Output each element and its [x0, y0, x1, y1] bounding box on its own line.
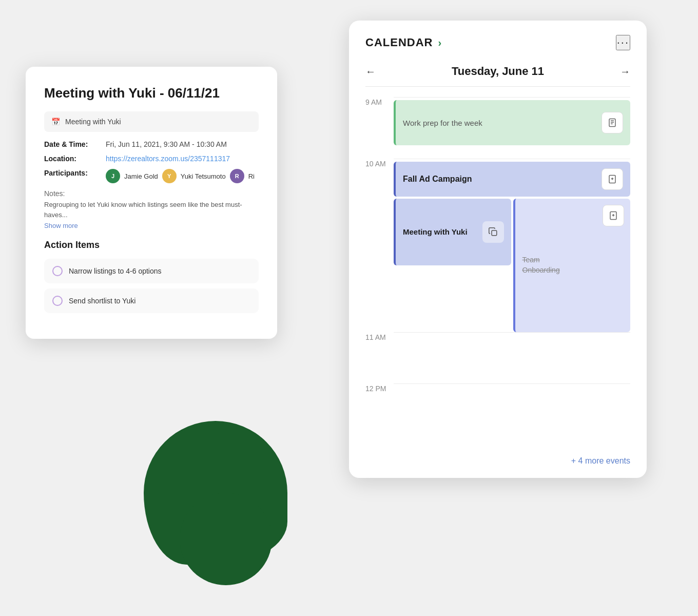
slot-content-9am: Work prep for the week	[394, 97, 630, 148]
copy-icon	[489, 227, 498, 237]
notes-label: Notes:	[44, 189, 259, 198]
action-text-2: Send shortlist to Yuki	[69, 297, 135, 305]
slot-content-10am: Fall Ad Campaign	[394, 159, 630, 332]
time-slot-9am: 9 AM Work prep for the week	[349, 97, 647, 159]
event-work-prep[interactable]: Work prep for the week	[394, 100, 630, 145]
next-day-button[interactable]: →	[620, 66, 630, 78]
avatar-ri: R	[230, 169, 244, 183]
radio-narrow-listings[interactable]	[52, 266, 63, 276]
participant-yuki-name: Yuki Tetsumoto	[181, 172, 226, 180]
calendar-nav: ← Tuesday, June 11 →	[349, 61, 647, 86]
time-slot-12pm: 12 PM	[349, 383, 647, 435]
slot-line-12pm	[394, 383, 630, 384]
fall-campaign-icon-btn[interactable]	[602, 168, 623, 190]
more-events-section: + 4 more events	[349, 446, 647, 478]
event-team-onboarding[interactable]: TeamOnboarding	[513, 199, 631, 332]
team-onboarding-icon-btn[interactable]	[603, 205, 624, 226]
date-label: Date & Time:	[44, 140, 106, 148]
prev-day-button[interactable]: ←	[365, 66, 376, 78]
action-item-2: Send shortlist to Yuki	[44, 288, 259, 313]
meeting-info-row: 📅 Meeting with Yuki	[44, 111, 259, 132]
slot-line-11am	[394, 332, 630, 333]
time-label-10am: 10 AM	[365, 159, 394, 168]
calendar-card: CALENDAR › ··· ← Tuesday, June 11 → 9 AM…	[349, 21, 647, 478]
slot-line-10am	[394, 159, 630, 159]
location-label: Location:	[44, 155, 106, 163]
location-row: Location: https://zerealtors.zoom.us/235…	[44, 155, 259, 163]
slot-content-11am	[394, 332, 630, 383]
meeting-yuki-copy-btn[interactable]	[482, 221, 504, 243]
avatar-jamie: J	[106, 169, 120, 183]
doc-icon	[608, 118, 617, 127]
date-value: Fri, Jun 11, 2021, 9:30 AM - 10:30 AM	[106, 140, 227, 148]
calendar-title-text: CALENDAR	[365, 36, 433, 49]
work-prep-title: Work prep for the week	[403, 119, 482, 127]
avatar-yuki: Y	[162, 169, 177, 183]
time-slot-10am: 10 AM Fall Ad Campaign	[349, 159, 647, 332]
action-items-title: Action Items	[44, 240, 259, 251]
time-grid: 9 AM Work prep for the week	[349, 87, 647, 446]
calendar-header: CALENDAR › ···	[349, 21, 647, 61]
work-prep-icon-btn[interactable]	[602, 112, 623, 133]
time-label-11am: 11 AM	[365, 332, 394, 341]
calendar-title-row: CALENDAR ›	[365, 36, 442, 49]
location-link[interactable]: https://zerealtors.zoom.us/2357111317	[106, 155, 230, 163]
events-split-row: Meeting with Yuki TeamOnbo	[394, 199, 630, 332]
decorative-blob-2	[180, 493, 272, 585]
time-label-12pm: 12 PM	[365, 383, 394, 393]
more-menu-button[interactable]: ···	[616, 35, 630, 50]
notes-section: Notes: Regrouping to let Yuki know which…	[44, 189, 259, 229]
slot-content-12pm	[394, 383, 630, 435]
action-text-1: Narrow listings to 4-6 options	[69, 267, 162, 275]
participant-jamie-name: Jamie Gold	[124, 172, 158, 180]
action-item-1: Narrow listings to 4-6 options	[44, 259, 259, 283]
slot-line-9am	[394, 97, 630, 98]
calendar-icon: 📅	[51, 118, 60, 126]
participant-ri-name: Ri	[248, 172, 255, 180]
event-meeting-yuki[interactable]: Meeting with Yuki	[394, 199, 511, 265]
event-fall-campaign[interactable]: Fall Ad Campaign	[394, 162, 630, 197]
team-onboarding-title: TeamOnboarding	[522, 256, 560, 274]
meeting-card-title: Meeting with Yuki - 06/11/21	[44, 85, 259, 101]
current-date: Tuesday, June 11	[452, 65, 544, 78]
date-time-row: Date & Time: Fri, Jun 11, 2021, 9:30 AM …	[44, 140, 259, 148]
time-label-9am: 9 AM	[365, 97, 394, 106]
participants-label: Participants:	[44, 169, 106, 177]
notes-text: Regrouping to let Yuki know which listin…	[44, 200, 259, 220]
time-slot-11am: 11 AM	[349, 332, 647, 383]
doc-plus-icon-2	[609, 211, 618, 220]
meeting-info-label: Meeting with Yuki	[65, 118, 121, 126]
participants-row: Participants: J Jamie Gold Y Yuki Tetsum…	[44, 169, 259, 183]
fall-campaign-title: Fall Ad Campaign	[403, 175, 472, 184]
meeting-yuki-title: Meeting with Yuki	[403, 227, 468, 236]
svg-rect-7	[492, 230, 497, 236]
radio-send-shortlist[interactable]	[52, 296, 63, 306]
calendar-chevron-icon[interactable]: ›	[438, 37, 442, 49]
meeting-detail-card: Meeting with Yuki - 06/11/21 📅 Meeting w…	[26, 67, 277, 339]
more-events-link[interactable]: + 4 more events	[571, 456, 630, 465]
participants-list: J Jamie Gold Y Yuki Tetsumoto R Ri	[106, 169, 255, 183]
show-more-link[interactable]: Show more	[44, 222, 259, 229]
doc-plus-icon	[608, 175, 617, 184]
